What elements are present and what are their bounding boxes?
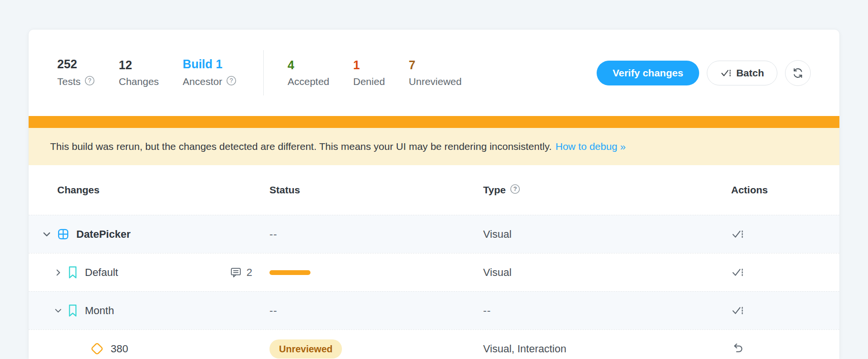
status-value: --: [269, 305, 483, 317]
chevron-down-icon[interactable]: [54, 306, 62, 315]
batch-check-list-icon: [720, 67, 732, 79]
status-badge: Unreviewed: [269, 339, 342, 359]
warning-accent-bar: [29, 116, 839, 128]
verify-changes-button[interactable]: Verify changes: [597, 61, 699, 85]
story-name: Default: [85, 266, 118, 279]
batch-label: Batch: [736, 67, 764, 79]
status-value: --: [269, 228, 483, 241]
sync-icon: [791, 66, 805, 80]
changes-table-header: Changes Status Type ? Actions: [29, 165, 839, 215]
accepted-count: 4: [288, 59, 330, 71]
tests-count: 252: [57, 58, 95, 70]
rerun-build-button[interactable]: [785, 60, 811, 86]
toolbar: Verify changes Batch: [597, 60, 811, 86]
comment-count: 2: [247, 266, 252, 279]
component-grid-icon: [57, 228, 70, 241]
stat-accepted: 4 Accepted: [288, 59, 330, 86]
status-progress-bar: [269, 270, 310, 275]
comment-icon: [230, 266, 242, 278]
denied-count: 1: [353, 59, 385, 71]
chevron-right-icon[interactable]: [54, 268, 62, 277]
change-diamond-icon: [90, 341, 104, 356]
stat-denied: 1 Denied: [353, 59, 385, 86]
ancestor-build-link[interactable]: Build 1: [183, 58, 237, 70]
story-name: Month: [85, 305, 114, 317]
tests-label: Tests: [57, 76, 81, 86]
accepted-label: Accepted: [288, 76, 330, 86]
denied-label: Denied: [353, 76, 385, 86]
svg-text:?: ?: [88, 77, 92, 84]
table-row-default[interactable]: Default 2 Visual: [29, 253, 839, 291]
chevron-down-icon[interactable]: [42, 230, 52, 239]
stat-unreviewed: 7 Unreviewed: [409, 59, 462, 86]
stat-tests: 252 Tests ?: [57, 58, 95, 87]
unreviewed-label: Unreviewed: [409, 76, 462, 86]
stat-changes: 12 Changes: [119, 59, 159, 86]
batch-accept-icon[interactable]: [731, 228, 744, 241]
question-icon[interactable]: ?: [226, 75, 237, 87]
batch-accept-icon[interactable]: [731, 304, 744, 317]
column-header-changes: Changes: [57, 184, 269, 196]
bookmark-icon: [68, 304, 78, 317]
build-header: 252 Tests ? 12 Changes Build 1 Ancestor …: [29, 30, 839, 116]
ancestor-label: Ancestor: [183, 76, 222, 86]
build-summary-card: 252 Tests ? 12 Changes Build 1 Ancestor …: [29, 30, 839, 359]
stat-ancestor-build: Build 1 Ancestor ?: [183, 58, 237, 87]
type-value: Visual: [483, 228, 731, 241]
svg-text:?: ?: [229, 77, 233, 84]
comment-indicator[interactable]: 2: [230, 266, 252, 279]
component-name: DatePicker: [76, 228, 131, 241]
how-to-debug-link[interactable]: How to debug »: [556, 141, 626, 152]
table-row-datepicker[interactable]: DatePicker -- Visual: [29, 215, 839, 253]
type-value: --: [483, 305, 731, 317]
svg-text:?: ?: [514, 186, 517, 192]
question-icon[interactable]: ?: [84, 75, 95, 87]
test-name: 380: [111, 343, 128, 355]
column-header-status: Status: [269, 184, 483, 196]
type-value: Visual: [483, 266, 731, 279]
column-header-type: Type ?: [483, 184, 731, 197]
stats-divider: [263, 50, 264, 95]
table-row-380[interactable]: 380 Unreviewed Visual, Interaction: [29, 329, 839, 359]
column-header-actions: Actions: [731, 184, 811, 196]
type-value: Visual, Interaction: [483, 343, 731, 355]
changes-label: Changes: [119, 76, 159, 86]
question-icon[interactable]: ?: [510, 184, 520, 197]
undo-icon[interactable]: [731, 342, 744, 355]
changes-count: 12: [119, 59, 159, 71]
rerun-warning-banner: This build was rerun, but the changes de…: [29, 128, 839, 165]
bookmark-icon: [68, 266, 78, 279]
batch-accept-icon[interactable]: [731, 266, 744, 279]
unreviewed-count: 7: [409, 59, 462, 71]
batch-button[interactable]: Batch: [707, 61, 777, 85]
table-row-month[interactable]: Month -- --: [29, 291, 839, 329]
banner-message: This build was rerun, but the changes de…: [50, 141, 552, 152]
